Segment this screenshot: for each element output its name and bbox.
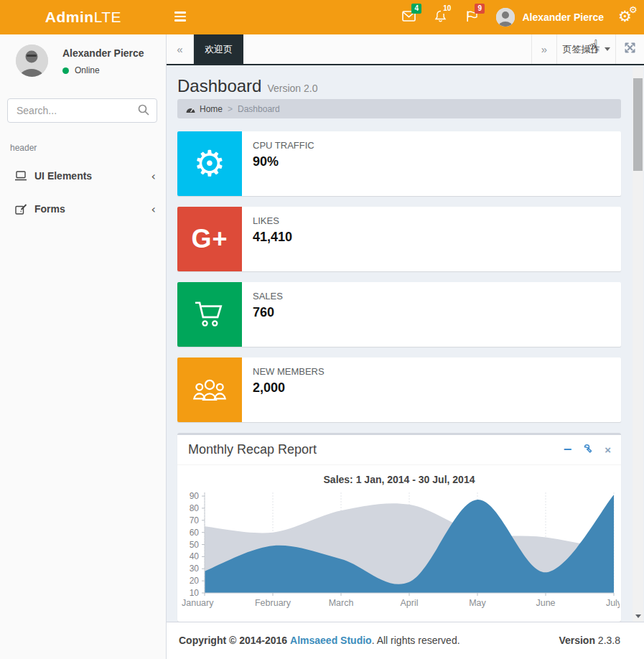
flags-badge: 9	[475, 4, 485, 14]
page-subtitle: Version 2.0	[267, 83, 317, 94]
users-icon	[177, 357, 242, 422]
user-status[interactable]: Online	[62, 65, 159, 75]
info-box-value: 2,000	[253, 380, 325, 396]
caret-down-icon	[605, 47, 610, 51]
copyright-text: Copyright © 2014-2016 Almsaeed Studio. A…	[179, 635, 460, 646]
top-navbar: AdminLTE 4 10 9	[0, 0, 644, 34]
search-input[interactable]	[7, 98, 157, 123]
tab-bar: « 欢迎页 » 页签操作	[167, 34, 644, 65]
page-title: DashboardVersion 2.0	[177, 76, 317, 96]
messages-badge: 4	[411, 4, 421, 14]
svg-text:May: May	[469, 598, 486, 608]
info-box-value: 90%	[253, 154, 314, 169]
close-icon[interactable]: ×	[605, 444, 611, 455]
tab-operations-dropdown[interactable]: 页签操作	[556, 34, 615, 64]
brand-bold: Admin	[45, 9, 94, 26]
google-plus-icon: G+	[177, 207, 242, 271]
messages-menu[interactable]: 4	[393, 0, 424, 34]
breadcrumb-current: Dashboard	[238, 104, 280, 114]
sidebar-user-avatar	[16, 45, 48, 77]
scroll-up-button[interactable]	[633, 67, 643, 78]
sales-area-chart[interactable]: 102030405060708090JanuaryFebruaryMarchAp…	[179, 488, 621, 613]
info-box-members: NEW MEMBERS 2,000	[177, 357, 621, 422]
gear-small-icon: ⚙	[629, 4, 638, 15]
monthly-recap-panel: Monthly Recap Report − × Sales: 1 Jan, 2…	[177, 433, 621, 622]
sidebar-user-panel: Alexander Pierce Online	[0, 34, 166, 87]
flags-menu[interactable]: 9	[456, 0, 487, 34]
search-icon[interactable]	[137, 103, 151, 118]
fullscreen-button[interactable]	[615, 34, 644, 64]
info-box-value: 760	[253, 305, 283, 320]
panel-title: Monthly Recap Report	[188, 442, 317, 457]
shopping-cart-icon	[177, 282, 242, 347]
arrows-expand-icon	[625, 42, 635, 56]
chevron-left-icon: ‹	[151, 202, 156, 216]
info-box-cpu: ⚙ CPU TRAFFIC 90%	[177, 131, 621, 196]
info-box-label: LIKES	[253, 215, 292, 226]
svg-text:40: 40	[190, 551, 200, 561]
wrench-icon[interactable]	[584, 444, 593, 455]
user-name: Alexander Pierce	[522, 11, 604, 23]
info-box-label: NEW MEMBERS	[253, 366, 325, 377]
sidebar-item-ui-elements[interactable]: UI Elements ‹	[0, 160, 166, 192]
tab-scroll-right-button[interactable]: »	[531, 34, 556, 64]
user-menu[interactable]: Alexander Pierce	[487, 0, 612, 34]
version-text: Version 2.3.8	[559, 635, 620, 646]
breadcrumb: Home > Dashboard	[177, 99, 621, 118]
left-sidebar: Alexander Pierce Online header UI Elemen…	[0, 34, 167, 659]
adminlte-screen: AdminLTE 4 10 9	[0, 0, 644, 659]
svg-text:60: 60	[190, 528, 200, 538]
scroll-down-button[interactable]	[633, 611, 643, 622]
svg-text:30: 30	[190, 564, 200, 574]
edit-icon	[13, 204, 29, 215]
svg-text:50: 50	[190, 540, 200, 550]
tab-operations-label: 页签操作	[563, 43, 600, 56]
vertical-scrollbar[interactable]	[633, 67, 643, 622]
settings-button[interactable]: ⚙ ⚙	[612, 0, 644, 34]
info-box-likes: G+ LIKES 41,410	[177, 207, 621, 271]
chart-title: Sales: 1 Jan, 2014 - 30 Jul, 2014	[177, 474, 621, 485]
sidebar-item-forms[interactable]: Forms ‹	[0, 193, 166, 225]
tab-scroll-left-button[interactable]: «	[167, 34, 194, 64]
breadcrumb-separator: >	[228, 104, 233, 114]
notifications-badge: 10	[441, 4, 453, 14]
svg-text:January: January	[182, 598, 214, 608]
info-box-sales: SALES 760	[177, 282, 621, 347]
svg-text:80: 80	[190, 503, 200, 513]
gear-icon: ⚙	[177, 131, 242, 196]
tab-welcome-page[interactable]: 欢迎页	[194, 34, 243, 64]
svg-text:March: March	[329, 598, 354, 608]
svg-text:February: February	[255, 598, 291, 608]
brand-light: LTE	[94, 9, 121, 26]
sidebar-section-header: header	[10, 143, 166, 153]
svg-text:90: 90	[190, 491, 200, 501]
main-footer: Copyright © 2014-2016 Almsaeed Studio. A…	[167, 622, 644, 659]
svg-text:10: 10	[190, 588, 200, 598]
collapse-button[interactable]: −	[563, 444, 572, 455]
panel-header: Monthly Recap Report − ×	[177, 435, 621, 465]
svg-text:April: April	[400, 598, 418, 608]
svg-text:July: July	[606, 598, 620, 608]
svg-text:70: 70	[190, 515, 200, 525]
notifications-menu[interactable]: 10	[424, 0, 456, 34]
sidebar-toggle-button[interactable]	[173, 11, 187, 23]
almsaeed-studio-link[interactable]: Almsaeed Studio	[290, 635, 372, 646]
brand-logo[interactable]: AdminLTE	[0, 0, 167, 34]
user-avatar	[496, 8, 515, 27]
info-box-value: 41,410	[253, 230, 292, 245]
dashboard-gauge-icon	[186, 105, 195, 113]
info-box-label: SALES	[253, 291, 283, 302]
online-status-label: Online	[75, 65, 100, 75]
sidebar-user-name: Alexander Pierce	[62, 47, 159, 59]
sidebar-search	[7, 98, 157, 123]
online-status-dot	[62, 67, 69, 74]
breadcrumb-home-link[interactable]: Home	[186, 104, 223, 114]
laptop-icon	[13, 171, 29, 181]
sidebar-item-label: UI Elements	[34, 170, 151, 182]
sidebar-item-label: Forms	[34, 203, 151, 215]
scrollbar-thumb[interactable]	[633, 78, 643, 171]
navbar-right-menu: 4 10 9 Alexander Pierce ⚙	[393, 0, 644, 34]
svg-text:June: June	[536, 598, 555, 608]
chevron-left-icon: ‹	[151, 169, 156, 183]
info-box-label: CPU TRAFFIC	[253, 140, 314, 151]
